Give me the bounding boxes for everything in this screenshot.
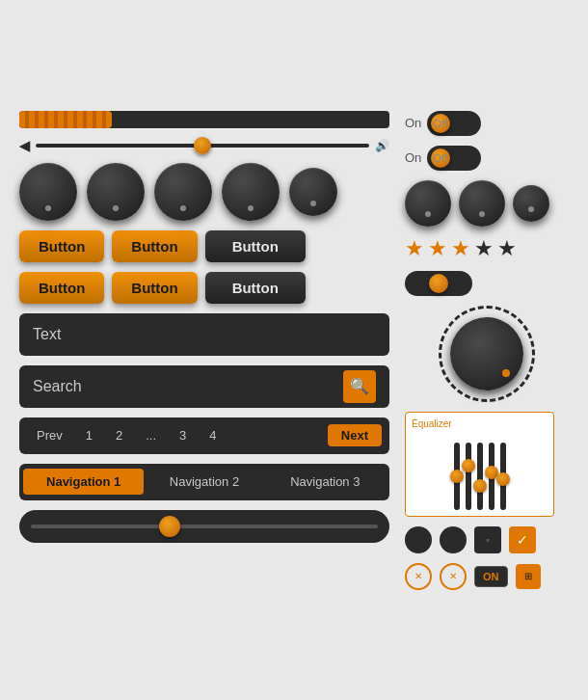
icon-square-1[interactable]: ▪: [474, 526, 501, 553]
slider-track[interactable]: [36, 144, 369, 148]
buttons-row-2: Button Button Button: [19, 272, 389, 304]
eq-track-3[interactable]: [477, 443, 483, 510]
toggle-1-on-label: On: [405, 116, 421, 130]
pagination-page-2[interactable]: 2: [106, 424, 132, 446]
search-icon: 🔍: [350, 377, 369, 395]
buttons-row-1: Button Button Button: [19, 230, 389, 262]
knob-3[interactable]: [154, 163, 212, 221]
slider-left-arrow: ◀: [19, 138, 30, 153]
toggle-row-2: On Off: [405, 146, 569, 171]
slider-thumb[interactable]: [194, 137, 211, 154]
icon-circle-2[interactable]: [440, 526, 467, 553]
knob-dot-4: [248, 205, 254, 211]
bottom-slider-track[interactable]: [31, 525, 378, 528]
progress-bar-fill: [19, 111, 112, 128]
stars-rating[interactable]: ★ ★ ★ ★ ★: [405, 236, 569, 261]
dial-knob[interactable]: [450, 317, 523, 390]
eq-slider-4[interactable]: [489, 433, 494, 510]
eq-slider-5[interactable]: [500, 433, 506, 510]
toggle-2[interactable]: Off: [427, 146, 481, 171]
pagination-page-1[interactable]: 1: [76, 424, 102, 446]
button-1b[interactable]: Button: [112, 230, 197, 262]
dial-container: [439, 306, 535, 402]
right-knobs-row: [405, 180, 569, 227]
eq-slider-2[interactable]: [466, 433, 471, 510]
knobs-row: [19, 163, 389, 221]
knob-dot-2: [113, 205, 119, 211]
right-knob-dot-1: [425, 211, 431, 217]
eq-knob-5[interactable]: [496, 472, 510, 486]
equalizer-box: Equalizer: [405, 412, 554, 517]
knob-dot-1: [45, 205, 51, 211]
pagination-ellipsis: ...: [136, 424, 166, 446]
knob-5[interactable]: [289, 168, 337, 216]
pagination-next[interactable]: Next: [328, 424, 382, 446]
star-2[interactable]: ★: [428, 236, 447, 261]
icon-circle-1[interactable]: [405, 526, 432, 553]
icon-square-check[interactable]: ✓: [509, 526, 536, 553]
icon-orange-square[interactable]: ⊞: [516, 564, 541, 589]
nav-item-3[interactable]: Navigation 3: [265, 469, 386, 495]
toggle-2-on-label: On: [405, 150, 421, 165]
eq-knob-2[interactable]: [462, 459, 475, 472]
pagination-prev[interactable]: Prev: [27, 424, 72, 446]
button-2b[interactable]: Button: [112, 272, 197, 304]
star-4[interactable]: ★: [474, 236, 494, 261]
x-icon-2: ✕: [449, 571, 457, 581]
star-1[interactable]: ★: [405, 236, 424, 261]
eq-track-1[interactable]: [454, 443, 460, 510]
search-button[interactable]: 🔍: [343, 370, 376, 403]
knob-4[interactable]: [222, 163, 280, 221]
grid-icon: ⊞: [524, 571, 532, 581]
toggle-1[interactable]: Off: [427, 111, 481, 136]
knob-2[interactable]: [87, 163, 145, 221]
eq-knob-3[interactable]: [473, 479, 487, 493]
knob-1[interactable]: [19, 163, 77, 221]
nav-item-1[interactable]: Navigation 1: [23, 469, 144, 495]
bottom-slider[interactable]: [19, 510, 389, 543]
text-input[interactable]: Text: [19, 313, 389, 356]
right-knob-1[interactable]: [405, 180, 451, 227]
bottom-slider-thumb[interactable]: [159, 516, 180, 537]
pagination-page-4[interactable]: 4: [200, 424, 226, 446]
button-1a[interactable]: Button: [19, 230, 104, 262]
icon-square-symbol: ▪: [486, 533, 490, 547]
dial-dot: [502, 369, 510, 377]
right-knob-dot-3: [528, 206, 534, 212]
search-input-value: Search: [33, 378, 82, 395]
slider-row[interactable]: ◀ 🔊: [19, 138, 389, 153]
search-input[interactable]: Search 🔍: [19, 365, 389, 408]
right-knob-dot-2: [479, 211, 485, 217]
right-knob-3[interactable]: [513, 185, 549, 222]
nav-item-2[interactable]: Navigation 2: [144, 469, 264, 495]
eq-knob-1[interactable]: [450, 470, 464, 483]
navigation-bar: Navigation 1 Navigation 2 Navigation 3: [19, 464, 389, 500]
eq-slider-1[interactable]: [454, 433, 460, 510]
x-icon: ✕: [414, 571, 422, 581]
toggle-1-off-text: Off: [433, 118, 446, 129]
knob-dot-3: [180, 205, 186, 211]
on-button[interactable]: ON: [474, 566, 508, 587]
eq-track-2[interactable]: [466, 443, 471, 510]
small-toggle[interactable]: [405, 271, 472, 296]
icon-circle-outline-1[interactable]: ✕: [405, 563, 432, 590]
star-3[interactable]: ★: [451, 236, 470, 261]
button-2c[interactable]: Button: [205, 272, 306, 304]
button-2a[interactable]: Button: [19, 272, 104, 304]
small-icons-row-1: ▪ ✓: [405, 526, 569, 553]
pagination: Prev 1 2 ... 3 4 Next: [19, 417, 389, 454]
text-input-value: Text: [33, 326, 61, 343]
eq-track-4[interactable]: [489, 443, 494, 510]
eq-track-5[interactable]: [500, 443, 506, 510]
icon-circle-outline-2[interactable]: ✕: [440, 563, 467, 590]
equalizer-label: Equalizer: [412, 418, 548, 429]
eq-slider-3[interactable]: [477, 433, 483, 510]
right-knob-2[interactable]: [459, 180, 505, 227]
button-1c[interactable]: Button: [205, 230, 306, 262]
knob-dot-5: [310, 201, 316, 206]
star-5[interactable]: ★: [497, 236, 517, 261]
pagination-page-3[interactable]: 3: [170, 424, 196, 446]
volume-icon: 🔊: [375, 139, 389, 152]
progress-bar: [19, 111, 389, 128]
small-toggle-knob: [429, 274, 448, 293]
